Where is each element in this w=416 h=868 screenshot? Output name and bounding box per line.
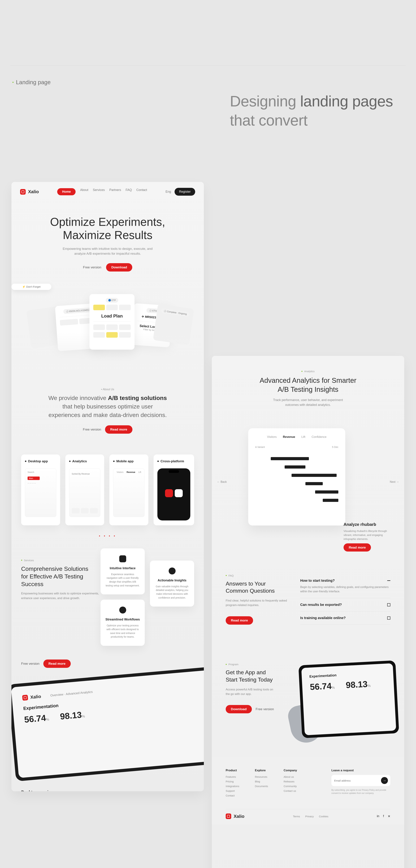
fc3-label: Load Plan bbox=[93, 313, 131, 319]
nav-home[interactable]: Home bbox=[57, 188, 76, 195]
footer-privacy[interactable]: Privacy bbox=[305, 815, 314, 818]
fcol1-l2[interactable]: Documents bbox=[255, 785, 268, 787]
float-card-3: 🔵 ETP Load Plan bbox=[90, 294, 135, 350]
fcol0-l2[interactable]: Integrations bbox=[226, 785, 239, 787]
anatab3[interactable]: Confidence bbox=[311, 435, 326, 439]
services-section: Services Comprehensive Solutions for Eff… bbox=[11, 538, 204, 675]
register-button[interactable]: Register bbox=[175, 188, 195, 196]
lang-switch[interactable]: Eng bbox=[166, 190, 171, 193]
svc2-h: Actionable Insights bbox=[155, 579, 189, 582]
about-readmore-button[interactable]: Read more bbox=[105, 425, 132, 434]
fcol1-l0[interactable]: Resources bbox=[255, 775, 268, 778]
faq-sub: Find clear, helpful solutions to frequen… bbox=[226, 598, 288, 608]
fc3-tag: 🔵 ETP bbox=[106, 298, 118, 303]
four-up-tiles: Desktop app Search Main — — — — Analytic… bbox=[11, 444, 204, 532]
getapp-free-link[interactable]: Free version bbox=[256, 707, 274, 711]
getapp-kpi2-unit: % bbox=[368, 684, 371, 688]
fcol2-l1[interactable]: Releases bbox=[284, 780, 297, 783]
anatab2[interactable]: Lift bbox=[302, 435, 305, 439]
tablet-screen: Xalio Overview · Advanced Analytics Expe… bbox=[11, 669, 204, 778]
anatab1[interactable]: Revenue bbox=[283, 435, 295, 439]
anatab0[interactable]: Visitors bbox=[267, 435, 276, 439]
badge-icon bbox=[169, 567, 176, 575]
tile1-menu-active: Main bbox=[28, 476, 40, 480]
hero-free-link[interactable]: Free version bbox=[83, 266, 101, 269]
faq-item-2[interactable]: Is training available online? bbox=[300, 612, 390, 625]
dot-icon bbox=[25, 461, 26, 462]
getapp-eyebrow: Program bbox=[229, 663, 239, 666]
dot-icon bbox=[12, 82, 13, 83]
svc-card-workflows: Streamlined Workflows Optimize your test… bbox=[101, 600, 145, 646]
footer-col-explore: Explore Resources Blog Documents bbox=[255, 769, 268, 799]
fcol2-l0[interactable]: About us bbox=[284, 775, 297, 778]
tile-analytics-title: Analytics bbox=[72, 459, 87, 463]
fcol1-h: Explore bbox=[255, 769, 268, 772]
faq0-q: How to start testing? bbox=[300, 579, 335, 583]
fcol2-l2[interactable]: Community bbox=[284, 785, 297, 787]
fcol0-l0[interactable]: Features bbox=[226, 775, 239, 778]
fcol1-l1[interactable]: Blog bbox=[255, 780, 268, 783]
services-free-link[interactable]: Free version bbox=[21, 662, 39, 665]
fcol0-l1[interactable]: Pricing bbox=[226, 780, 239, 783]
nav-partners[interactable]: Partners bbox=[109, 188, 121, 195]
services-sub: Empowering businesses with tools to opti… bbox=[21, 591, 101, 600]
newsletter-submit[interactable]: → bbox=[381, 777, 388, 784]
minus-icon bbox=[387, 580, 390, 581]
footer-cookies[interactable]: Cookies bbox=[319, 815, 328, 818]
nav-contact[interactable]: Contact bbox=[136, 188, 147, 195]
page-headline: Designing landing pages that convert bbox=[230, 92, 393, 130]
tile-desktop: Desktop app Search Main — — — — bbox=[21, 455, 60, 525]
app-icon-secondary bbox=[175, 489, 183, 497]
linkedin-icon[interactable]: in bbox=[377, 814, 379, 818]
about-statement: • About Us We provide innovative A/B tes… bbox=[11, 364, 204, 444]
hero-title-l2: Maximize Results bbox=[63, 229, 152, 242]
aside-readmore-button[interactable]: Read more bbox=[344, 544, 371, 552]
dot-icon bbox=[226, 575, 227, 576]
expand-icon bbox=[387, 603, 390, 607]
fcol0-l3[interactable]: Support bbox=[226, 789, 239, 792]
services-readmore-button[interactable]: Read more bbox=[43, 659, 71, 668]
dot-icon bbox=[226, 664, 227, 665]
getapp-download-button[interactable]: Download bbox=[226, 705, 252, 713]
newsletter-input[interactable] bbox=[334, 779, 381, 782]
tile-mobile-ui: Visitors Revenue Lift bbox=[113, 468, 145, 517]
nav-services[interactable]: Services bbox=[93, 188, 105, 195]
kpi2-unit: % bbox=[82, 714, 85, 718]
svc3-p: Optimize your testing process with effic… bbox=[105, 624, 140, 639]
pager-back[interactable]: ← Back bbox=[217, 480, 227, 484]
brand-name: Xalio bbox=[28, 189, 39, 194]
footer-col-company: Company About us Releases Community Cont… bbox=[284, 769, 297, 799]
hero-download-button[interactable]: Download bbox=[106, 263, 132, 272]
pager-next[interactable]: Next → bbox=[390, 480, 399, 484]
analytics-title: Advanced Analytics for Smarter A/B Testi… bbox=[226, 376, 390, 394]
kpi1-val: 56.74 bbox=[24, 713, 46, 724]
getapp-kpi1-unit: % bbox=[332, 686, 335, 690]
x-icon[interactable]: ✕ bbox=[388, 814, 390, 818]
footer-brand[interactable]: Xalio bbox=[226, 813, 244, 819]
headline-part-b: landing pages bbox=[300, 93, 393, 110]
newsletter-h: Leave a request bbox=[332, 769, 390, 772]
tile-analytics-ui: Sorted By Revenue bbox=[69, 468, 101, 517]
about-free-link[interactable]: Free version bbox=[83, 428, 101, 431]
carousel-dots[interactable]: • • • • bbox=[11, 534, 204, 538]
services-eyebrow-label: Services bbox=[24, 559, 34, 562]
faq-readmore-button[interactable]: Read more bbox=[226, 616, 253, 625]
analytics-eyebrow: Analytics bbox=[304, 370, 315, 373]
svc-card-interface: Intuitive Interface Experience seamless … bbox=[101, 549, 145, 595]
brand[interactable]: Xalio bbox=[20, 189, 39, 195]
facebook-icon[interactable]: f bbox=[383, 814, 384, 818]
hero-title: Optimize Experiments, Maximize Results bbox=[11, 215, 204, 242]
tile-desktop-ui: Search Main — — — — bbox=[25, 468, 56, 517]
fcol2-l3[interactable]: Contact us bbox=[284, 789, 297, 792]
faq1-q: Can results be exported? bbox=[300, 603, 342, 607]
faq-item-0[interactable]: How to start testing? Begin by selecting… bbox=[300, 574, 390, 598]
nav-faq[interactable]: FAQ bbox=[126, 188, 132, 195]
nav-about[interactable]: About bbox=[80, 188, 88, 195]
footer-terms[interactable]: Terms bbox=[293, 815, 300, 818]
hero-top-pill: ⚡ Don't Forget bbox=[11, 284, 51, 290]
tablet-device: Xalio Overview · Advanced Analytics Expe… bbox=[11, 665, 204, 781]
site-nav: Xalio Home About Services Partners FAQ C… bbox=[11, 182, 204, 202]
fcol0-l4[interactable]: Contact bbox=[226, 794, 239, 797]
faq-item-1[interactable]: Can results be exported? bbox=[300, 598, 390, 612]
about-line1a: We provide innovative bbox=[48, 395, 108, 401]
